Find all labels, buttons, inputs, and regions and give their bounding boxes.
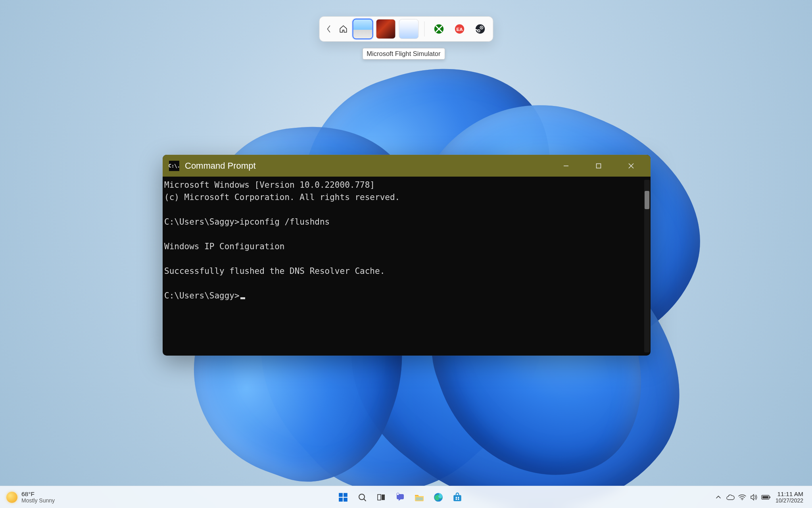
svg-rect-21 — [458, 496, 459, 498]
tray-overflow-button[interactable] — [714, 493, 723, 502]
taskbar-weather[interactable]: 68°F Mostly Sunny — [0, 491, 119, 504]
svg-rect-13 — [378, 495, 381, 500]
task-view-icon — [376, 493, 386, 502]
title-bar[interactable]: C:\. Command Prompt — [163, 155, 651, 177]
microsoft-store-button[interactable] — [450, 490, 465, 505]
scrollbar-thumb[interactable] — [645, 191, 649, 209]
scrollbar-track[interactable] — [644, 180, 650, 352]
desktop: EA Microsoft Flight Simulator C:\. Comma… — [0, 0, 812, 508]
chat-icon — [395, 493, 405, 502]
cmd-line-5: Windows IP Configuration — [164, 242, 284, 251]
chevron-up-icon — [716, 495, 721, 500]
wifi-tray[interactable] — [737, 493, 747, 502]
steam-icon — [474, 23, 486, 35]
minimize-icon — [563, 163, 569, 169]
edge-button[interactable] — [431, 490, 446, 505]
clock-date: 10/27/2022 — [776, 497, 803, 504]
folder-icon — [414, 493, 424, 502]
svg-text:EA: EA — [456, 27, 463, 32]
windows-icon — [338, 492, 348, 502]
battery-tray[interactable] — [761, 493, 771, 502]
taskbar-center — [119, 490, 681, 505]
window-controls — [557, 158, 644, 174]
terminal-output[interactable]: Microsoft Windows [Version 10.0.22000.77… — [163, 177, 651, 356]
start-button[interactable] — [336, 490, 351, 505]
minimize-button[interactable] — [557, 158, 575, 174]
volume-tray[interactable] — [749, 493, 759, 502]
clock-time: 11:11 AM — [776, 491, 803, 498]
svg-point-16 — [397, 493, 399, 495]
cmd-line-9: C:\Users\Saggy> — [164, 291, 240, 300]
maximize-icon — [595, 163, 602, 169]
weather-condition: Mostly Sunny — [21, 497, 55, 504]
close-icon — [628, 163, 634, 169]
cmd-line-7: Successfully flushed the DNS Resolver Ca… — [164, 266, 385, 276]
svg-rect-27 — [762, 496, 768, 498]
taskbar: 68°F Mostly Sunny — [0, 486, 812, 508]
store-icon — [452, 492, 463, 502]
svg-rect-9 — [344, 493, 347, 497]
xbox-launcher[interactable] — [430, 20, 447, 38]
home-icon — [339, 25, 347, 33]
search-button[interactable] — [355, 490, 370, 505]
home-button[interactable] — [337, 20, 349, 38]
ea-launcher[interactable]: EA — [451, 20, 468, 38]
svg-rect-22 — [455, 498, 457, 500]
game-bar: EA — [319, 16, 493, 42]
search-icon — [357, 493, 367, 502]
svg-point-3 — [475, 24, 484, 33]
svg-rect-17 — [416, 497, 423, 500]
svg-rect-7 — [597, 164, 601, 168]
svg-rect-23 — [458, 498, 459, 500]
cmd-line-3: C:\Users\Saggy>ipconfig /flushdns — [164, 217, 330, 227]
svg-rect-8 — [339, 493, 343, 497]
cloud-icon — [726, 494, 735, 500]
svg-rect-19 — [453, 495, 461, 501]
chevron-left-icon — [326, 25, 330, 33]
battery-icon — [761, 495, 771, 500]
svg-point-24 — [742, 499, 743, 500]
svg-rect-11 — [344, 498, 347, 502]
maximize-button[interactable] — [589, 158, 608, 174]
game-tooltip: Microsoft Flight Simulator — [362, 48, 445, 60]
svg-point-5 — [481, 27, 482, 28]
onedrive-tray[interactable] — [726, 493, 735, 502]
volume-icon — [750, 494, 758, 501]
weather-temperature: 68°F — [21, 491, 55, 498]
cmd-line-0: Microsoft Windows [Version 10.0.22000.77… — [164, 180, 375, 190]
cursor — [240, 297, 245, 299]
separator — [424, 21, 424, 37]
command-prompt-window[interactable]: C:\. Command Prompt Microsoft Windows [V… — [163, 155, 651, 356]
back-button[interactable] — [323, 20, 334, 38]
weather-icon — [6, 492, 17, 503]
svg-rect-10 — [339, 498, 343, 502]
cmd-line-1: (c) Microsoft Corporation. All rights re… — [164, 192, 400, 202]
steam-launcher[interactable] — [471, 20, 489, 38]
cmd-icon: C:\. — [169, 161, 179, 171]
wifi-icon — [738, 494, 746, 500]
svg-rect-14 — [382, 495, 385, 500]
task-view-button[interactable] — [374, 490, 389, 505]
game-thumb-flight-simulator[interactable] — [353, 19, 372, 39]
window-title: Command Prompt — [185, 161, 551, 171]
close-button[interactable] — [622, 158, 640, 174]
edge-icon — [433, 492, 443, 502]
system-tray: 11:11 AM 10/27/2022 — [681, 491, 812, 504]
chat-button[interactable] — [393, 490, 408, 505]
file-explorer-button[interactable] — [412, 490, 427, 505]
game-thumb-2[interactable] — [376, 19, 395, 39]
game-thumb-forza[interactable] — [399, 19, 418, 39]
svg-rect-20 — [455, 496, 457, 498]
clock[interactable]: 11:11 AM 10/27/2022 — [776, 491, 803, 504]
tooltip-text: Microsoft Flight Simulator — [367, 50, 440, 57]
xbox-icon — [433, 23, 444, 35]
ea-icon: EA — [454, 23, 465, 35]
svg-rect-26 — [770, 496, 770, 498]
